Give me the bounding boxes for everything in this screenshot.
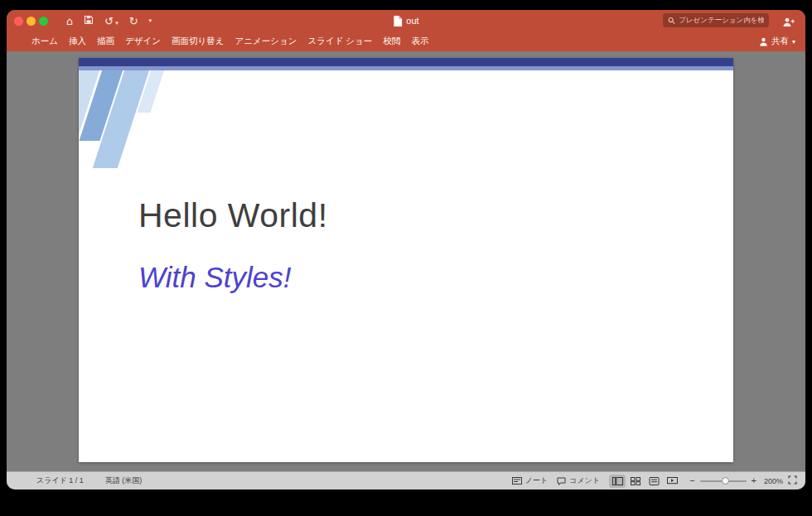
zoom-slider[interactable] [700,477,747,485]
notes-button[interactable]: ノート [512,475,548,486]
slide-subtitle-textbox[interactable]: With Styles! [138,262,291,294]
zoom-level[interactable]: 200% [761,477,783,485]
notes-label: ノート [525,475,548,486]
search-placeholder: プレゼンテーション内を検索 [679,16,764,26]
undo-chevron-icon: ▾ [115,21,118,27]
share-label: 共有 [771,36,789,47]
slide-top-band-light [79,66,733,70]
tab-design[interactable]: デザイン [125,36,161,47]
slideshow-button[interactable] [664,475,680,488]
slideshow-icon [667,477,678,485]
normal-view-button[interactable] [609,475,626,488]
redo-icon[interactable]: ↻ [129,16,138,27]
zoom-controls: − + 200% [689,475,797,486]
tab-transitions[interactable]: 画面切り替え [172,36,225,47]
fit-slide-to-window-button[interactable] [788,475,797,486]
slide-canvas[interactable]: Hello World! With Styles! [79,58,733,462]
zoom-out-button[interactable]: − [689,476,694,485]
comments-button[interactable]: コメント [557,475,600,486]
save-icon [84,15,94,25]
traffic-lights [14,17,48,26]
fit-window-icon [788,475,797,485]
notes-icon [512,477,522,485]
comment-icon [557,477,566,485]
normal-view-icon [612,477,623,485]
search-input[interactable]: プレゼンテーション内を検索 [663,13,769,27]
tab-home[interactable]: ホーム [31,36,58,47]
reading-view-icon [649,477,660,485]
chevron-down-icon: ▾ [792,38,795,46]
document-icon [393,16,402,27]
reading-view-button[interactable] [645,475,662,488]
zoom-window-button[interactable] [39,17,48,26]
share-person-icon [759,37,768,46]
tab-animations[interactable]: アニメーション [234,36,297,47]
slide-top-band-dark [79,58,733,66]
zoom-slider-thumb[interactable] [722,477,729,485]
share-button[interactable]: 共有 ▾ [759,36,795,47]
powerpoint-window: ⌂ ↺ ▾ ↻ ▾ out [7,10,805,489]
comments-label: コメント [569,475,600,486]
search-icon [668,17,675,25]
save-button[interactable] [84,13,94,28]
titlebar: ⌂ ↺ ▾ ↻ ▾ out [7,10,805,31]
toolbar-options-chevron-icon[interactable]: ▾ [149,18,152,24]
slide-sorter-icon [631,477,640,485]
slide-title-textbox[interactable]: Hello World! [138,197,328,234]
tab-slideshow[interactable]: スライド ショー [307,36,372,47]
editor-canvas: Hello World! With Styles! [7,51,805,471]
add-person-icon [782,17,795,27]
minimize-button[interactable] [27,17,36,26]
document-title: out [406,16,418,26]
slide-sorter-button[interactable] [627,475,644,488]
zoom-in-button[interactable]: + [752,476,756,485]
home-icon[interactable]: ⌂ [66,16,73,27]
tab-draw[interactable]: 描画 [97,36,114,47]
undo-icon: ↺ [104,16,114,27]
tab-view[interactable]: 表示 [411,36,428,47]
undo-button[interactable]: ↺ ▾ [104,16,118,27]
quick-access-toolbar: ⌂ ↺ ▾ ↻ ▾ [66,13,152,28]
ribbon-tab-bar: ホーム 挿入 描画 デザイン 画面切り替え アニメーション スライド ショー 校… [7,31,805,51]
add-people-button[interactable] [782,16,795,31]
slide-counter: スライド 1 / 1 [36,475,84,486]
tab-insert[interactable]: 挿入 [69,36,86,47]
view-switcher [609,475,680,488]
status-bar: スライド 1 / 1 英語 (米国) ノート コメント [7,471,805,489]
tab-review[interactable]: 校閲 [383,36,400,47]
language-indicator[interactable]: 英語 (米国) [105,475,143,486]
document-title-group: out [393,10,418,31]
close-button[interactable] [14,17,23,26]
